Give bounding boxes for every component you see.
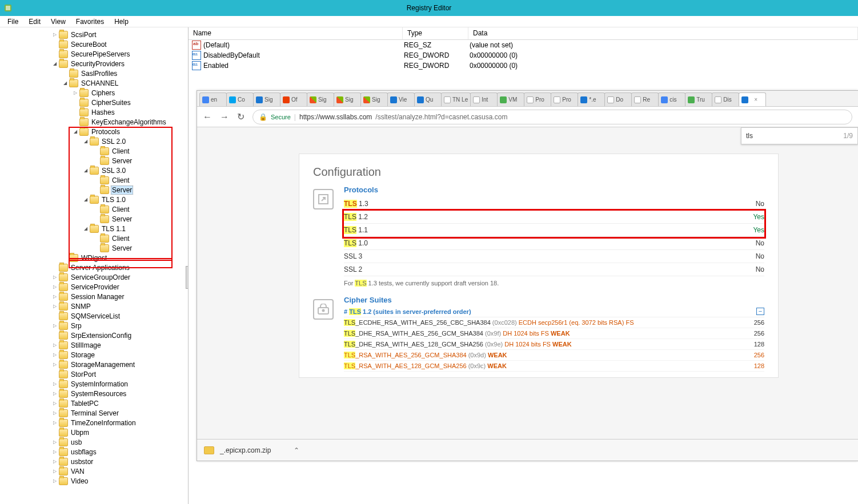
browser-tab[interactable]: Tru [685,92,712,106]
tree-item[interactable]: SrpExtensionConfig [0,330,188,340]
tree-item[interactable]: CipherSuites [0,98,188,107]
browser-tab[interactable]: Int [470,92,498,106]
browser-tab[interactable]: Sig [360,92,388,106]
expand-icon[interactable] [313,189,334,209]
expand-icon[interactable] [51,274,58,280]
tree-item[interactable]: SNMP [0,301,188,311]
expand-icon[interactable] [72,90,78,96]
tree-item[interactable]: SaslProfiles [0,68,188,78]
menu-favorites[interactable]: Favorites [71,17,109,27]
back-button[interactable]: ← [203,112,212,122]
browser-tab[interactable]: Sig [307,92,334,106]
tree-item[interactable]: SSL 2.0 [0,136,188,146]
page-content[interactable]: tls 1/9 Configuration Protocols TLS 1.3N… [197,127,858,439]
browser-tab[interactable]: TN Le [441,92,471,106]
list-body[interactable]: (Default)REG_SZ(value not set)DisabledBy… [189,40,858,71]
browser-tab[interactable]: en [199,92,227,106]
tree-item[interactable]: Ubpm [0,428,188,437]
expand-icon[interactable] [51,410,58,416]
expand-icon[interactable] [51,420,58,426]
browser-tab[interactable]: Qu [414,92,442,106]
browser-tab[interactable]: Dis [712,92,739,106]
expand-icon[interactable] [51,322,58,329]
browser-tab[interactable]: VM [497,92,524,106]
tree-item[interactable]: SystemResources [0,389,188,398]
expand-icon[interactable] [51,293,58,300]
tree-item[interactable]: KeyExchangeAlgorithms [0,117,188,127]
tree-item[interactable]: ServiceGroupOrder [0,272,188,282]
browser-tab[interactable]: Sig [334,92,361,106]
tree-pane[interactable]: ScsiPortSecureBootSecurePipeServersSecur… [0,27,189,504]
expand-icon[interactable] [51,61,58,67]
expand-icon[interactable] [51,352,58,358]
tree-item[interactable]: Server Applications [0,263,188,272]
tree-item[interactable]: Protocols [0,127,188,136]
browser-tab[interactable]: Pro [524,92,551,106]
tree-item[interactable]: Client [0,146,188,156]
tree-item[interactable]: SystemInformation [0,379,188,389]
tree-item[interactable]: Storage [0,350,188,360]
col-data[interactable]: Data [468,27,858,39]
expand-icon[interactable] [51,458,58,465]
tree-item[interactable]: SecurePipeServers [0,49,188,59]
tree-item[interactable]: SecurityProviders [0,59,188,68]
list-row[interactable]: (Default)REG_SZ(value not set) [189,40,858,50]
download-filename[interactable]: _.epicxp.com.zip [220,446,271,454]
tree-item[interactable]: SCHANNEL [0,78,188,88]
browser-tab[interactable]: *.e [578,92,605,106]
tab-strip[interactable]: enCoSigOfSigSigSigVieQuTN LeIntVMProPro*… [197,91,858,107]
tree-item[interactable]: Client [0,204,188,214]
tree-item[interactable]: Ciphers [0,88,188,98]
tree-item[interactable]: WDigest [0,253,188,263]
forward-button[interactable]: → [220,112,229,122]
tree-item[interactable]: Srp [0,321,188,330]
tree-item[interactable]: TabletPC [0,398,188,408]
browser-tab[interactable]: Pro [551,92,578,106]
download-chevron-icon[interactable]: ⌃ [294,446,299,454]
tree-item[interactable]: SQMServiceList [0,311,188,321]
find-bar[interactable]: tls 1/9 [741,127,858,144]
tree-item[interactable]: Terminal Server [0,408,188,418]
tree-item[interactable]: TLS 1.0 [0,195,188,204]
tree-item[interactable]: Hashes [0,107,188,117]
list-row[interactable]: DisabledByDefaultREG_DWORD0x00000000 (0) [189,50,858,61]
expand-icon[interactable] [82,138,89,144]
tree-item[interactable]: StorPort [0,369,188,379]
tree-item[interactable]: usbstor [0,457,188,466]
list-row[interactable]: EnabledREG_DWORD0x00000000 (0) [189,61,858,71]
tree-item[interactable]: SecureBoot [0,39,188,49]
menu-help[interactable]: Help [109,17,134,27]
browser-tab[interactable]: cis [658,92,685,106]
expand-icon[interactable] [51,361,58,368]
browser-tab[interactable]: Do [604,92,632,106]
url-box[interactable]: 🔒 Secure | https://www.ssllabs.com/sslte… [252,110,852,124]
tree-item[interactable]: usbflags [0,447,188,457]
tree-item[interactable]: Video [0,476,188,486]
tree-item[interactable]: usb [0,437,188,447]
tree-item[interactable]: StorageManagement [0,360,188,369]
browser-tab[interactable]: × [739,92,766,106]
expand-icon[interactable] [51,468,58,474]
tree-item[interactable]: StillImage [0,340,188,350]
expand-icon[interactable] [51,400,58,406]
reload-button[interactable]: ↻ [237,111,244,122]
expand-icon[interactable] [51,284,58,290]
tree-item[interactable]: Client [0,175,188,185]
browser-tab[interactable]: Of [280,92,307,106]
menu-edit[interactable]: Edit [23,17,46,27]
tree-item[interactable]: Server [0,156,188,166]
expand-icon[interactable] [51,449,58,455]
expand-icon[interactable] [82,167,89,174]
expand-icon[interactable] [62,80,68,86]
col-name[interactable]: Name [189,27,403,39]
expand-icon[interactable] [51,303,58,309]
tree-item[interactable]: TLS 1.1 [0,224,188,233]
col-type[interactable]: Type [403,27,468,39]
collapse-button[interactable]: − [756,308,764,315]
tree-item[interactable]: ServiceProvider [0,282,188,292]
expand-icon[interactable] [82,196,89,203]
tree-item[interactable]: Server [0,185,188,195]
tree-item[interactable]: ScsiPort [0,30,188,39]
expand-icon[interactable] [51,439,58,445]
expand-icon[interactable] [82,225,89,232]
